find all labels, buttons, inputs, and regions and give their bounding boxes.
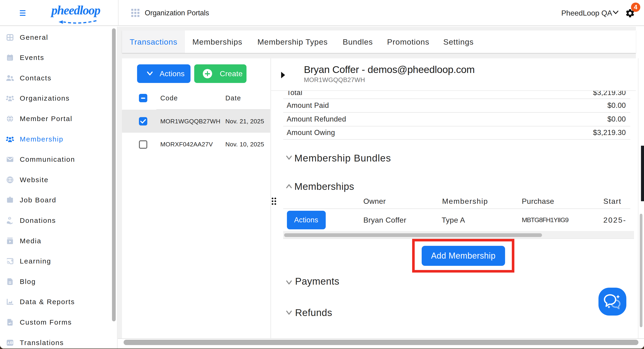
svg-text:A: A: [7, 341, 10, 345]
svg-text:$: $: [9, 217, 10, 220]
svg-text:文: 文: [10, 341, 13, 344]
